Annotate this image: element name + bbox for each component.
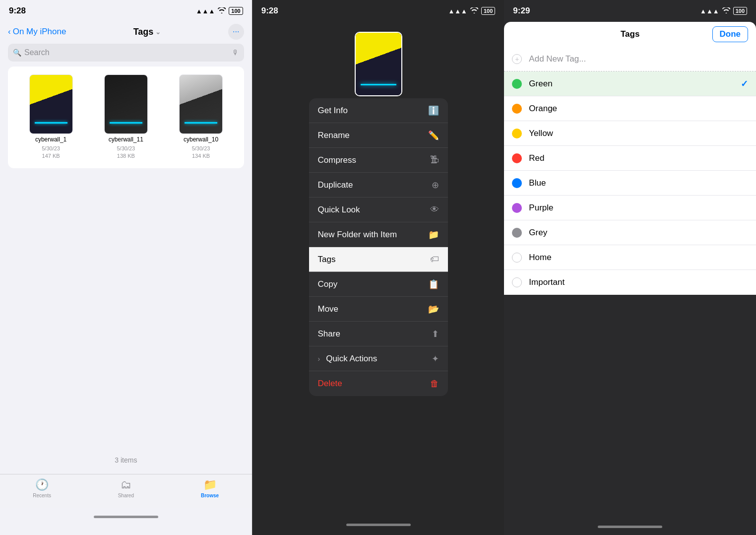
menu-item-delete[interactable]: Delete 🗑: [309, 371, 448, 396]
tab-browse[interactable]: 📁 Browse: [168, 478, 252, 498]
panel-files: 9:28 ▲▲▲ 100 ‹ On My iPhone Tags ⌄ ···: [0, 0, 252, 535]
menu-tags-label: Tags: [318, 255, 336, 265]
menu-item-quick-actions[interactable]: › Quick Actions ✦: [309, 346, 448, 371]
tab-recents[interactable]: 🕐 Recents: [0, 478, 84, 498]
battery-icon-2: 100: [481, 7, 495, 15]
menu-delete-label: Delete: [318, 379, 342, 389]
battery-icon-3: 100: [733, 7, 747, 15]
tag-item-important[interactable]: Important: [504, 270, 756, 295]
file-thumbnail-1: [29, 74, 73, 134]
grey-dot-icon: [512, 228, 522, 238]
panel-context-menu: 9:28 ▲▲▲ 100 Get Info ℹ️ Rename ✏️ Compr…: [252, 0, 504, 535]
rename-icon: ✏️: [428, 130, 439, 141]
home-bar-1: [94, 516, 158, 518]
menu-item-move[interactable]: Move 📂: [309, 297, 448, 322]
delete-icon: 🗑: [430, 379, 439, 389]
tag-item-purple[interactable]: Purple: [504, 196, 756, 220]
nav-back-button[interactable]: ‹ On My iPhone: [8, 27, 66, 37]
tags-nav: Tags Done: [504, 22, 756, 47]
menu-item-rename[interactable]: Rename ✏️: [309, 123, 448, 148]
green-dot-icon: [512, 79, 522, 89]
preview-image: [356, 33, 401, 95]
menu-item-new-folder[interactable]: New Folder with Item 📁: [309, 222, 448, 247]
tags-nav-title: Tags: [621, 29, 639, 39]
tag-item-blue[interactable]: Blue: [504, 171, 756, 196]
shared-icon: 🗂: [121, 478, 131, 491]
nav-title: Tags ⌄: [133, 27, 161, 37]
status-time-1: 9:28: [9, 6, 26, 16]
wifi-icon-3: [722, 7, 730, 15]
menu-item-quick-look[interactable]: Quick Look 👁: [309, 198, 448, 222]
status-time-3: 9:29: [513, 6, 530, 16]
wifi-icon-1: [218, 7, 226, 15]
tag-item-grey[interactable]: Grey: [504, 220, 756, 245]
tag-orange-label: Orange: [529, 104, 748, 114]
file-name-3: cyberwall_10: [184, 136, 218, 143]
microphone-icon[interactable]: 🎙: [232, 49, 239, 57]
home-bar-3: [598, 526, 662, 528]
menu-item-tags[interactable]: Tags 🏷: [309, 247, 448, 272]
list-item[interactable]: cyberwall_10 5/30/23 134 KB: [166, 74, 236, 160]
status-bar-3: 9:29 ▲▲▲ 100: [504, 0, 756, 22]
tag-home-label: Home: [529, 253, 748, 263]
home-indicator-3: [504, 518, 756, 535]
nav-title-text: Tags: [133, 27, 154, 37]
tag-item-orange[interactable]: Orange: [504, 96, 756, 121]
files-grid: cyberwall_1 5/30/23 147 KB cyberwall_11 …: [8, 67, 244, 168]
tab-shared[interactable]: 🗂 Shared: [84, 478, 168, 498]
nav-back-label[interactable]: On My iPhone: [13, 27, 66, 37]
tag-item-green[interactable]: Green ✓: [504, 71, 756, 96]
menu-item-get-info[interactable]: Get Info ℹ️: [309, 98, 448, 123]
status-icons-3: ▲▲▲ 100: [700, 7, 747, 15]
tag-purple-label: Purple: [529, 203, 748, 213]
tag-item-red[interactable]: Red: [504, 146, 756, 171]
quick-look-icon: 👁: [430, 204, 439, 215]
home-indicator-1: [94, 508, 158, 525]
chevron-right-icon: ›: [318, 355, 320, 363]
list-item[interactable]: cyberwall_11 5/30/23 138 KB: [91, 74, 161, 160]
file-meta-3: 5/30/23 134 KB: [192, 145, 210, 160]
status-icons-2: ▲▲▲ 100: [448, 7, 495, 15]
recents-icon: 🕐: [35, 478, 49, 491]
nav-title-chevron-icon[interactable]: ⌄: [155, 28, 161, 36]
add-tag-circle-icon: +: [512, 54, 522, 64]
menu-copy-label: Copy: [318, 279, 338, 289]
menu-new-folder-label: New Folder with Item: [318, 230, 397, 240]
purple-dot-icon: [512, 203, 522, 213]
tag-item-home[interactable]: Home: [504, 245, 756, 270]
search-input[interactable]: Search: [24, 48, 229, 57]
red-dot-icon: [512, 153, 522, 163]
tag-item-add-new[interactable]: + Add New Tag...: [504, 47, 756, 71]
search-icon: 🔍: [13, 49, 21, 57]
items-count: 3 items: [115, 456, 137, 464]
tag-green-label: Green: [529, 79, 734, 89]
nav-bar-1: ‹ On My iPhone Tags ⌄ ···: [0, 22, 252, 44]
more-options-button[interactable]: ···: [228, 24, 244, 40]
tag-important-label: Important: [529, 277, 748, 287]
duplicate-icon: ⊕: [432, 180, 439, 191]
files-footer: 3 items 🕐 Recents 🗂 Shared 📁 Browse: [0, 168, 252, 535]
tag-item-yellow[interactable]: Yellow: [504, 121, 756, 146]
nav-actions: ···: [228, 24, 244, 40]
preview-thumbnail: [355, 32, 402, 96]
signal-icon-2: ▲▲▲: [448, 7, 467, 15]
status-time-2: 9:28: [261, 6, 278, 16]
tab-bar: 🕐 Recents 🗂 Shared 📁 Browse: [0, 474, 252, 508]
tags-icon: 🏷: [430, 254, 439, 265]
menu-item-compress[interactable]: Compress 🗜: [309, 148, 448, 173]
list-item[interactable]: cyberwall_1 5/30/23 147 KB: [16, 74, 86, 160]
search-bar[interactable]: 🔍 Search 🎙: [8, 44, 244, 62]
tag-yellow-label: Yellow: [529, 129, 748, 138]
new-folder-icon: 📁: [428, 229, 439, 240]
menu-quick-look-label: Quick Look: [318, 205, 360, 215]
tags-done-button[interactable]: Done: [712, 26, 749, 42]
menu-get-info-label: Get Info: [318, 106, 348, 116]
menu-item-duplicate[interactable]: Duplicate ⊕: [309, 173, 448, 198]
info-icon: ℹ️: [428, 105, 439, 116]
check-icon: ✓: [741, 78, 748, 89]
home-bar-2: [346, 524, 411, 526]
blue-dot-icon: [512, 178, 522, 188]
menu-item-share[interactable]: Share ⬆: [309, 322, 448, 346]
menu-item-copy[interactable]: Copy 📋: [309, 272, 448, 297]
wifi-icon-2: [470, 7, 478, 15]
